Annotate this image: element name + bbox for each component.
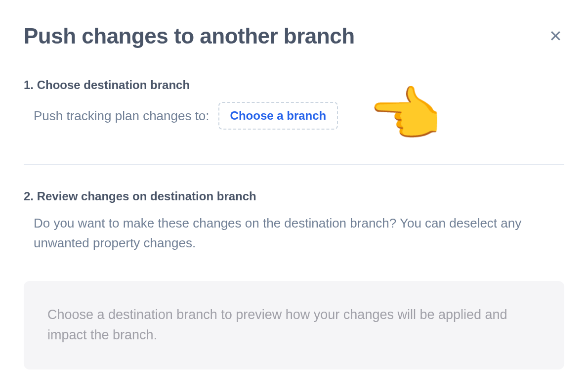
- step-1-label: 1. Choose destination branch: [24, 78, 564, 92]
- step-2-label: 2. Review changes on destination branch: [24, 189, 564, 203]
- push-prompt-text: Push tracking plan changes to:: [34, 108, 210, 124]
- choose-branch-button[interactable]: Choose a branch: [218, 102, 338, 130]
- dialog-title: Push changes to another branch: [24, 24, 355, 48]
- step-2-description: Do you want to make these changes on the…: [24, 213, 564, 253]
- step-1-content: Push tracking plan changes to: Choose a …: [24, 102, 564, 130]
- preview-message: Choose a destination branch to preview h…: [47, 307, 507, 343]
- dialog-header: Push changes to another branch ✕: [24, 24, 564, 48]
- preview-placeholder-box: Choose a destination branch to preview h…: [24, 281, 564, 370]
- pointing-hand-icon: 👉: [370, 85, 444, 144]
- step-1-section: 1. Choose destination branch Push tracki…: [24, 78, 564, 130]
- section-divider: [24, 164, 564, 165]
- close-button[interactable]: ✕: [547, 26, 564, 46]
- step-2-section: 2. Review changes on destination branch …: [24, 189, 564, 253]
- close-icon: ✕: [549, 27, 562, 45]
